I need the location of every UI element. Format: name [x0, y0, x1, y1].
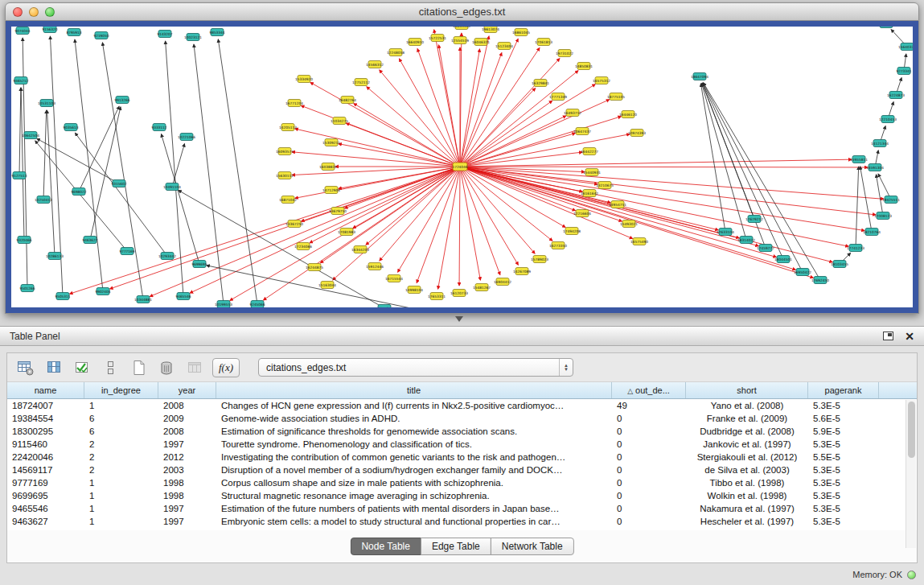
table-cell[interactable]: 9777169: [7, 476, 84, 489]
table-cell[interactable]: Estimation of the future numbers of pati…: [216, 502, 612, 515]
graph-node[interactable]: 14205113: [279, 124, 297, 131]
graph-node[interactable]: 15630112: [276, 172, 294, 179]
graph-node[interactable]: 15493021: [620, 220, 638, 228]
graph-node[interactable]: 9156320: [42, 27, 57, 33]
graph-node[interactable]: 10075316: [376, 305, 393, 308]
close-panel-icon[interactable]: ✕: [905, 331, 914, 342]
table-cell[interactable]: 2012: [158, 451, 216, 463]
graph-node[interactable]: 14850831: [575, 63, 593, 70]
table-scrollbar-thumb[interactable]: [908, 402, 915, 458]
table-cell[interactable]: 1997: [158, 515, 216, 528]
graph-node[interactable]: 9777169: [119, 248, 134, 255]
table-cell[interactable]: 1997: [158, 502, 216, 515]
graph-node[interactable]: 18425511: [882, 196, 900, 204]
graph-node[interactable]: 9561204: [878, 27, 893, 28]
table-row[interactable]: 2242004622012Investigating the contribut…: [7, 451, 917, 463]
table-cell[interactable]: Tourette syndrome. Phenomenology and cla…: [216, 438, 612, 451]
graph-node[interactable]: 15481267: [473, 284, 491, 291]
graph-node[interactable]: 19731022: [556, 50, 573, 57]
table-cell[interactable]: Hescheler et al. (1997): [686, 515, 808, 528]
table-row[interactable]: 911546021997Tourette syndrome. Phenomeno…: [7, 438, 917, 451]
table-cell[interactable]: 9115460: [7, 438, 84, 451]
column-header-short[interactable]: short: [686, 382, 808, 398]
column-header-year[interactable]: year: [158, 382, 216, 398]
table-cell[interactable]: 5.3E-5: [808, 489, 879, 502]
graph-node[interactable]: 16861045: [512, 29, 530, 36]
table-cell[interactable]: 1: [84, 476, 158, 489]
window-titlebar[interactable]: citations_edges.txt: [5, 2, 919, 21]
graph-node[interactable]: 16649500: [453, 27, 470, 30]
graph-node[interactable]: 9315602: [111, 180, 126, 187]
table-cell[interactable]: Tibbo et al. (1998): [686, 476, 808, 489]
table-cell[interactable]: 5.3E-5: [808, 515, 879, 528]
table-cell[interactable]: 22420046: [7, 451, 84, 463]
graph-node[interactable]: 16442277: [581, 148, 598, 155]
table-cell[interactable]: 0: [612, 476, 686, 489]
table-cell[interactable]: 1: [84, 399, 158, 412]
graph-node[interactable]: 11034275: [331, 117, 348, 125]
graph-node[interactable]: 8795913: [66, 29, 81, 36]
graph-node[interactable]: 9127513: [11, 172, 27, 179]
table-cell[interactable]: 2: [84, 438, 158, 451]
table-cell[interactable]: 9463627: [7, 515, 84, 528]
graph-node[interactable]: 9853344: [209, 29, 224, 36]
table-row[interactable]: 1872400712008Changes of HCN gene express…: [7, 399, 917, 412]
graph-node[interactable]: 15123404: [495, 43, 513, 50]
toggle-columns-icon[interactable]: [43, 358, 64, 377]
table-cell[interactable]: Estimation of significance thresholds fo…: [216, 425, 612, 438]
table-cell[interactable]: 5.3E-5: [808, 438, 879, 451]
table-cell[interactable]: 49: [612, 399, 686, 412]
graph-node[interactable]: 15789023: [531, 256, 548, 263]
graph-node[interactable]: 17008123: [874, 212, 892, 220]
table-cell[interactable]: 0: [612, 412, 686, 425]
graph-node[interactable]: 16950422: [794, 269, 811, 276]
graph-node[interactable]: 15309211: [322, 139, 340, 146]
graph-node[interactable]: 16038831: [319, 163, 337, 171]
table-cell[interactable]: Structural magnetic resonance image aver…: [216, 489, 612, 502]
graph-node[interactable]: 16446120: [619, 111, 637, 118]
table-cell[interactable]: 9699695: [7, 489, 84, 502]
graph-node[interactable]: 16093577: [276, 148, 294, 155]
table-row[interactable]: 1938455462009Genome-wide association stu…: [7, 412, 917, 425]
row-height-icon[interactable]: [100, 358, 121, 377]
graph-node[interactable]: 17679212: [745, 216, 763, 223]
graph-node[interactable]: 18647094: [691, 73, 708, 80]
graph-node[interactable]: 17061813: [535, 39, 552, 46]
table-cell[interactable]: Jankovic et al. (1997): [686, 438, 808, 451]
column-header-in-degree[interactable]: in_degree: [84, 382, 158, 398]
import-table-icon[interactable]: [184, 358, 205, 377]
graph-node[interactable]: 9902404: [95, 288, 110, 295]
graph-node[interactable]: 19613074: [482, 27, 499, 33]
graph-node[interactable]: 16771204: [285, 100, 303, 107]
graph-node[interactable]: 1724046: [452, 163, 467, 171]
table-cell[interactable]: Disruption of a novel member of a sodium…: [216, 463, 612, 476]
graph-node[interactable]: 16161642: [581, 190, 598, 197]
graph-node[interactable]: 16591304: [866, 164, 884, 171]
graph-node[interactable]: 12216604: [573, 210, 591, 217]
graph-node[interactable]: 17692450: [811, 277, 829, 284]
graph-node[interactable]: 9501266: [19, 285, 35, 292]
graph-node[interactable]: 17741233: [847, 245, 864, 252]
table-cell[interactable]: 1: [84, 515, 158, 528]
table-cell[interactable]: 5.9E-5: [808, 425, 879, 438]
graph-node[interactable]: 10023121: [184, 34, 202, 41]
graph-node[interactable]: 10199553: [215, 301, 232, 308]
column-header-name[interactable]: name: [7, 382, 84, 398]
new-table-icon[interactable]: [128, 358, 149, 377]
graph-node[interactable]: 16224873: [887, 92, 905, 99]
table-scrollbar[interactable]: [906, 400, 916, 548]
graph-node[interactable]: 10647437: [573, 128, 591, 135]
graph-node[interactable]: 13679750: [329, 208, 347, 215]
graph-node[interactable]: 15163044: [318, 282, 336, 289]
graph-node[interactable]: 18044501: [774, 256, 792, 263]
graph-node[interactable]: 9219050: [93, 32, 109, 39]
table-cell[interactable]: 2009: [158, 412, 216, 425]
graph-node[interactable]: 16493712: [564, 109, 581, 117]
graph-node[interactable]: 15640322: [898, 43, 913, 51]
table-cell[interactable]: 2003: [158, 463, 216, 476]
function-builder-button[interactable]: f(x): [212, 358, 240, 377]
table-cell[interactable]: 1998: [158, 476, 216, 489]
graph-node[interactable]: 16329841: [532, 80, 549, 87]
table-cell[interactable]: 0: [612, 489, 686, 502]
table-cell[interactable]: 1: [84, 502, 158, 515]
